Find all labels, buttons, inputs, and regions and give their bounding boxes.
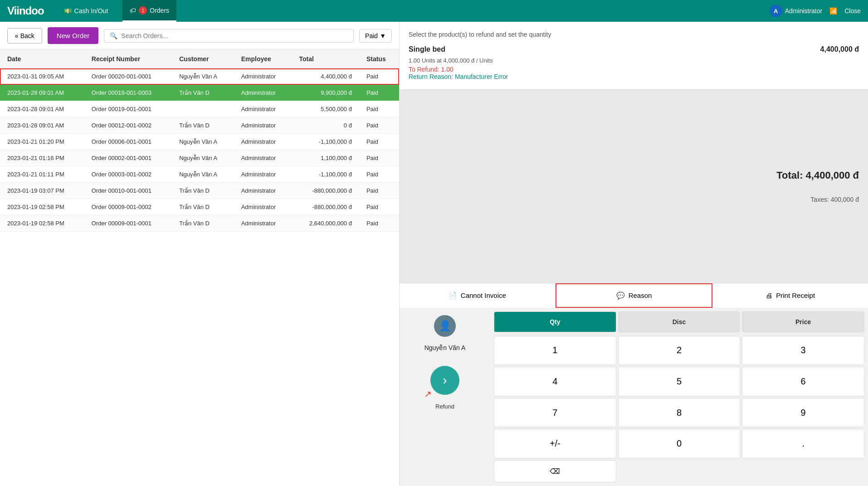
back-button[interactable]: « Back <box>7 28 42 44</box>
refund-arrow-red-icon: ↗ <box>424 389 432 399</box>
cell-date: 2023-01-19 03:07 PM <box>0 183 84 199</box>
search-input[interactable] <box>121 32 348 39</box>
disc-mode-button[interactable]: Disc <box>618 311 741 332</box>
table-row[interactable]: 2023-01-21 01:11 PM Order 00003-001-0002… <box>0 166 399 183</box>
print-receipt-label: Print Receipt <box>776 292 815 299</box>
cell-date: 2023-01-28 09:01 AM <box>0 117 84 134</box>
cell-employee: Administrator <box>234 134 292 150</box>
action-buttons: 📄 Cannot Invoice 💬 Reason 🖨 Print Receip… <box>400 283 868 308</box>
orders-table: Date Receipt Number Customer Employee To… <box>0 50 399 486</box>
num-button-.[interactable]: . <box>742 429 864 458</box>
num-button-9[interactable]: 9 <box>742 398 864 428</box>
product-row: Single bed 4,400,000 đ <box>409 45 859 53</box>
return-reason: Return Reason: Manufacturer Error <box>409 73 859 80</box>
cell-receipt: Order 00020-001-0001 <box>84 68 172 85</box>
refund-button-wrap: › ↗ Refund <box>430 366 459 410</box>
qty-mode-button[interactable]: Qty <box>494 311 616 332</box>
num-button-plusminus[interactable]: +/- <box>494 429 616 458</box>
cell-date: 2023-01-28 09:01 AM <box>0 85 84 101</box>
admin-area: A Administrator <box>770 5 822 17</box>
cell-date: 2023-01-21 01:16 PM <box>0 150 84 166</box>
backspace-button[interactable]: ⌫ <box>494 460 616 482</box>
cell-total: 9,900,000 đ <box>292 85 359 101</box>
arrow-right-icon: › <box>443 373 447 388</box>
search-icon: 🔍 <box>110 32 117 39</box>
invoice-icon: 📄 <box>449 292 457 300</box>
right-panel: Select the product(s) to refund and set … <box>399 22 868 486</box>
cell-customer: Nguyễn Văn A <box>172 68 234 85</box>
cell-customer: Nguyễn Văn A <box>172 134 234 150</box>
cell-employee: Administrator <box>234 150 292 166</box>
price-mode-button[interactable]: Price <box>742 311 864 332</box>
print-icon: 🖨 <box>766 292 772 299</box>
cell-employee: Administrator <box>234 117 292 134</box>
admin-label: Administrator <box>785 7 822 15</box>
nav-orders[interactable]: 🏷 1 Orders <box>122 0 176 22</box>
nav-cash-label: Cash In/Out <box>74 7 108 15</box>
num-button-7[interactable]: 7 <box>494 398 616 428</box>
table-row[interactable]: 2023-01-28 09:01 AM Order 00019-001-0003… <box>0 85 399 101</box>
table-row[interactable]: 2023-01-21 01:16 PM Order 00002-001-0001… <box>0 150 399 166</box>
table-row[interactable]: 2023-01-21 01:20 PM Order 00006-001-0001… <box>0 134 399 150</box>
nav-orders-label: Orders <box>150 7 169 14</box>
table-row[interactable]: 2023-01-19 03:07 PM Order 00010-001-0001… <box>0 183 399 199</box>
close-button[interactable]: Close <box>844 7 861 15</box>
reason-button[interactable]: 💬 Reason <box>556 283 713 308</box>
filter-button[interactable]: Paid ▼ <box>359 29 392 43</box>
cell-status: Paid <box>359 101 399 117</box>
wifi-icon: 📶 <box>829 7 837 15</box>
cell-status: Paid <box>359 134 399 150</box>
cell-status: Paid <box>359 68 399 85</box>
cell-receipt: Order 00003-001-0002 <box>84 166 172 183</box>
cell-employee: Administrator <box>234 166 292 183</box>
cell-employee: Administrator <box>234 68 292 85</box>
cell-date: 2023-01-21 01:20 PM <box>0 134 84 150</box>
cell-receipt: Order 00010-001-0001 <box>84 183 172 199</box>
num-button-3[interactable]: 3 <box>742 336 864 365</box>
table-header-row: Date Receipt Number Customer Employee To… <box>0 50 399 68</box>
cell-date: 2023-01-19 02:58 PM <box>0 199 84 215</box>
cell-status: Paid <box>359 183 399 199</box>
col-customer: Customer <box>172 50 234 68</box>
toolbar: « Back New Order 🔍 Paid ▼ <box>0 22 399 50</box>
cell-status: Paid <box>359 117 399 134</box>
numpad-area: 👤 Nguyễn Văn A › ↗ Refund Qty Disc Price <box>400 308 868 486</box>
num-button-5[interactable]: 5 <box>618 367 741 396</box>
num-button-8[interactable]: 8 <box>618 398 741 428</box>
cell-employee: Administrator <box>234 215 292 232</box>
num-button-6[interactable]: 6 <box>742 367 864 396</box>
refund-button[interactable]: › ↗ <box>430 366 459 395</box>
total-area: Total: 4,400,000 đ Taxes: 400,000 đ <box>400 90 868 283</box>
table-row[interactable]: 2023-01-28 09:01 AM Order 00019-001-0001… <box>0 101 399 117</box>
num-button-1[interactable]: 1 <box>494 336 616 365</box>
table-row[interactable]: 2023-01-31 09:05 AM Order 00020-001-0001… <box>0 68 399 85</box>
table-row[interactable]: 2023-01-19 02:58 PM Order 00009-001-0001… <box>0 215 399 232</box>
cell-total: 2,640,000,000 đ <box>292 215 359 232</box>
cell-date: 2023-01-19 02:58 PM <box>0 215 84 232</box>
orders-icon: 🏷 <box>130 7 136 14</box>
print-receipt-button[interactable]: 🖨 Print Receipt <box>712 283 868 308</box>
cell-status: Paid <box>359 150 399 166</box>
to-refund: To Refund: 1.00 <box>409 66 859 73</box>
num-button-4[interactable]: 4 <box>494 367 616 396</box>
cell-total: -1,100,000 đ <box>292 134 359 150</box>
mode-buttons: Qty Disc Price <box>494 311 864 332</box>
table-row[interactable]: 2023-01-28 09:01 AM Order 00012-001-0002… <box>0 117 399 134</box>
num-button-2[interactable]: 2 <box>618 336 741 365</box>
new-order-button[interactable]: New Order <box>48 27 99 44</box>
app-logo: Viindoo <box>7 5 44 17</box>
nav-cash[interactable]: 💵 Cash In/Out <box>57 0 116 22</box>
cell-receipt: Order 00019-001-0001 <box>84 101 172 117</box>
num-button-0[interactable]: 0 <box>618 429 741 458</box>
top-navigation: Viindoo 💵 Cash In/Out 🏷 1 Orders A Admin… <box>0 0 868 22</box>
cell-total: 1,100,000 đ <box>292 150 359 166</box>
product-name: Single bed <box>409 45 445 53</box>
cell-status: Paid <box>359 199 399 215</box>
reason-icon: 💬 <box>616 292 625 300</box>
cannot-invoice-button[interactable]: 📄 Cannot Invoice <box>400 283 556 308</box>
cell-customer: Trần Văn D <box>172 117 234 134</box>
orders-badge: 1 <box>139 6 147 15</box>
table-row[interactable]: 2023-01-19 02:58 PM Order 00009-001-0002… <box>0 199 399 215</box>
refund-label: Refund <box>435 403 454 410</box>
col-total: Total <box>292 50 359 68</box>
